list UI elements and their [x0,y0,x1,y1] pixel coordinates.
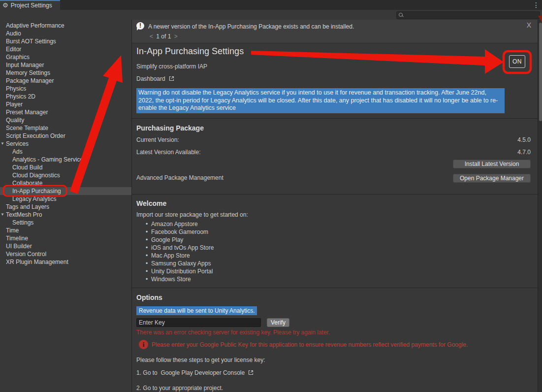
sidebar-item-script-execution-order[interactable]: Script Execution Order [0,132,131,140]
sidebar-item-label: Timeline [0,234,28,242]
sidebar-item-input-manager[interactable]: Input Manager [0,61,131,69]
sidebar-item-audio[interactable]: Audio [0,30,131,37]
sidebar-item-physics[interactable]: Physics [0,85,131,93]
search-input[interactable] [404,12,540,19]
search-icon [399,13,404,18]
step-1: 1. Go to Google Play Developer Console [136,369,254,377]
vertical-scrollbar[interactable] [538,20,542,392]
title-bar: ⚙ Project Settings ⋮ [0,0,542,10]
section-separator [132,118,538,119]
sidebar-item-package-manager[interactable]: Package Manager [0,77,131,85]
verify-button[interactable]: Verify [267,318,289,327]
open-package-manager-button[interactable]: Open Package Manager [453,174,531,183]
store-list-item: Amazon Appstore [146,220,214,228]
sidebar-item-legacy-analytics[interactable]: Legacy Analytics [0,195,131,203]
store-list-item: Unity Distribution Portal [146,267,214,275]
welcome-intro: Import our store package to get started … [136,211,248,218]
close-icon[interactable]: X [527,21,531,29]
store-list-item: iOS and tvOs App Store [146,244,214,252]
sidebar-item-quality[interactable]: Quality [0,116,131,124]
sidebar-item-label: UI Builder [0,242,32,250]
sidebar-item-analytics-gaming-services[interactable]: Analytics - Gaming Services [0,156,131,163]
latest-version-value: 4.7.0 [517,149,531,156]
expander-icon[interactable]: ▼ [0,211,4,219]
search-box[interactable] [396,11,540,19]
sidebar-item-textmesh-pro[interactable]: ▼TextMesh Pro [0,211,131,219]
options-heading: Options [136,294,162,301]
sidebar-item-cloud-build[interactable]: Cloud Build [0,163,131,171]
sidebar-item-label: Cloud Diagnostics [0,171,60,179]
latest-version-label: Latest Version Available: [136,149,201,156]
alert-bubble-icon [136,22,144,30]
install-latest-version-button[interactable]: Install Latest Version [453,160,531,168]
gear-icon: ⚙ [2,1,8,10]
sidebar-item-scene-template[interactable]: Scene Template [0,124,131,132]
sidebar-item-ads[interactable]: Ads [0,148,131,156]
sidebar-item-label: Collaborate [0,179,42,187]
sidebar-item-label: Ads [0,148,23,156]
pager-next-button[interactable]: > [173,33,179,40]
legacy-analytics-warning: Warning do not disable the Legacy Analyt… [136,88,505,113]
page-title: In-App Purchasing Settings [136,46,244,57]
kebab-menu-icon[interactable]: ⋮ [533,0,540,9]
sidebar-item-label: XR Plugin Management [0,258,68,266]
step-2: 2. Go to your appropriate project. [136,385,223,392]
pager-label: 1 of 1 [156,33,171,40]
revenue-analytics-note: Revenue data will be sent to Unity Analy… [136,306,257,315]
current-version-label: Current Version: [136,136,179,143]
sidebar-item-label: Cloud Build [0,163,42,171]
sidebar-item-label: Tags and Layers [0,203,49,211]
sidebar-item-player[interactable]: Player [0,100,131,108]
sidebar-item-label: Input Manager [0,61,44,69]
sidebar-item-xr-plugin-management[interactable]: XR Plugin Management [0,258,131,266]
sidebar-item-version-control[interactable]: Version Control [0,250,131,258]
scrollbar-thumb[interactable] [539,23,542,121]
sidebar-item-label: Burst AOT Settings [0,37,56,45]
store-list-item: Windows Store [146,275,214,283]
expander-icon[interactable]: ▼ [0,140,4,148]
sidebar-item-label: Graphics [0,53,30,61]
sidebar-item-label: Preset Manager [0,108,48,116]
current-version-value: 4.5.0 [517,136,531,143]
service-on-toggle[interactable]: ON [509,55,525,68]
sidebar-item-label: Time [0,227,19,234]
google-play-console-link[interactable]: Google Play Developer Console [160,369,245,376]
error-info-icon: i [139,340,148,349]
store-list-item: Samsung Galaxy Apps [146,260,214,267]
sidebar-item-adaptive-performance[interactable]: Adaptive Performance [0,22,131,30]
welcome-heading: Welcome [136,199,166,207]
sidebar-item-ui-builder[interactable]: UI Builder [0,242,131,250]
sidebar-item-settings[interactable]: Settings [0,219,131,227]
sidebar-item-in-app-purchasing[interactable]: In-App Purchasing [0,187,131,195]
sidebar-item-burst-aot-settings[interactable]: Burst AOT Settings [0,37,131,45]
notification-pager: < 1 of 1 > [148,33,179,40]
update-notification-banner: A newer version of the In-App Purchasing… [132,20,538,43]
sidebar-item-label: Memory Settings [0,69,50,77]
tab-project-settings[interactable]: ⚙ Project Settings [0,0,60,10]
pager-prev-button[interactable]: < [148,33,155,40]
sidebar-item-tags-and-layers[interactable]: Tags and Layers [0,203,131,211]
purchasing-package-heading: Purchasing Package [136,124,204,132]
sidebar-item-label: Package Manager [0,77,54,85]
dashboard-link[interactable]: Dashboard [136,75,175,83]
sidebar-item-time[interactable]: Time [0,227,131,234]
google-key-input[interactable] [136,318,261,327]
notification-text: A newer version of the In-App Purchasing… [148,23,354,30]
sidebar-item-preset-manager[interactable]: Preset Manager [0,108,131,116]
sidebar-item-cloud-diagnostics[interactable]: Cloud Diagnostics [0,171,131,179]
sidebar-item-label: Script Execution Order [0,132,65,140]
sidebar-item-physics-2d[interactable]: Physics 2D [0,93,131,100]
sidebar-item-label: Settings [0,219,33,227]
sidebar-list: Adaptive PerformanceAudioBurst AOT Setti… [0,22,131,266]
sidebar-item-editor[interactable]: Editor [0,45,131,53]
sidebar-item-services[interactable]: ▼Services [0,140,131,148]
sidebar-item-label: TextMesh Pro [0,211,42,219]
sidebar-item-label: Adaptive Performance [0,22,64,30]
sidebar-item-label: Player [0,100,23,108]
settings-sidebar: Adaptive PerformanceAudioBurst AOT Setti… [0,20,131,392]
dashboard-label: Dashboard [136,75,165,82]
sidebar-item-graphics[interactable]: Graphics [0,53,131,61]
sidebar-item-collaborate[interactable]: Collaborate [0,179,131,187]
sidebar-item-timeline[interactable]: Timeline [0,234,131,242]
sidebar-item-memory-settings[interactable]: Memory Settings [0,69,131,77]
